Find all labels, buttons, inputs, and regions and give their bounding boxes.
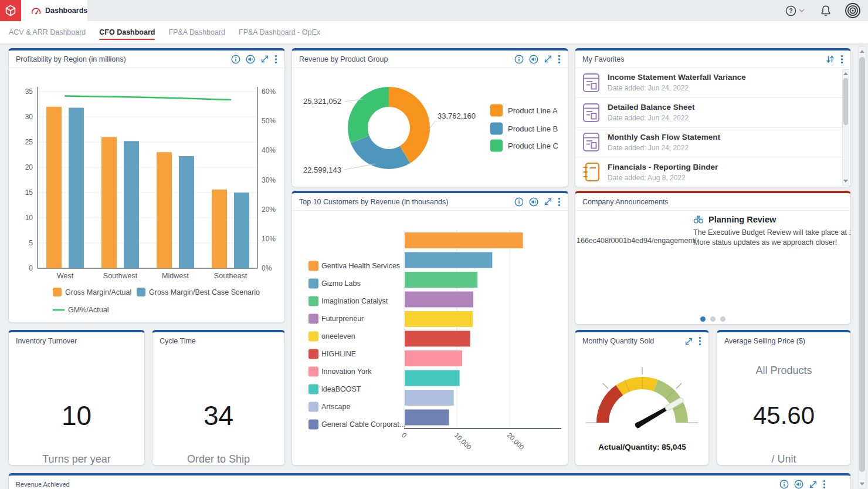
- bell-icon[interactable]: [820, 5, 832, 17]
- svg-text:20: 20: [25, 163, 33, 171]
- kebab-icon[interactable]: [274, 55, 277, 64]
- kpi-body: 34 Order to Ship: [152, 350, 284, 465]
- dashboards-tab[interactable]: Dashboards: [21, 0, 87, 21]
- quantity-gauge-chart: Actual/Quantity: 85,045: [575, 350, 708, 466]
- sort-icon[interactable]: [825, 55, 835, 64]
- page-scrollbar-thumb[interactable]: [859, 57, 865, 472]
- monthly-quantity-sold-card: Monthly Quantity Sold Actual/Quantity: 8…: [575, 330, 709, 466]
- favorite-item[interactable]: Financials - Reporting BinderDate added:…: [575, 157, 842, 186]
- audio-icon[interactable]: [529, 197, 538, 207]
- expand-icon[interactable]: [684, 337, 693, 346]
- asp-value: 45.60: [717, 402, 850, 430]
- expand-icon[interactable]: [544, 197, 552, 206]
- card-header: Revenue Achieved: [9, 475, 850, 489]
- kebab-icon[interactable]: [823, 480, 826, 489]
- card-header: Company Announcements: [575, 193, 850, 211]
- svg-text:Actual/Quantity: 85,045: Actual/Quantity: 85,045: [598, 443, 686, 451]
- card-header-icons: [231, 55, 277, 64]
- card-header: Cycle Time: [152, 332, 284, 350]
- my-favorites-card: My Favorites Income Statement Waterfall …: [575, 48, 851, 187]
- avatar-icon[interactable]: [845, 2, 861, 19]
- favorite-item[interactable]: Monthly Cash Flow StatementDate added: J…: [575, 128, 842, 158]
- carousel-dot-1[interactable]: [700, 316, 706, 322]
- favorite-date: Date added: Jun 24, 2022: [608, 144, 720, 152]
- expand-icon[interactable]: [809, 480, 818, 489]
- kebab-icon[interactable]: [699, 336, 701, 346]
- svg-text:West: West: [57, 272, 74, 280]
- audio-icon[interactable]: [529, 55, 538, 64]
- logo-icon: [4, 4, 17, 17]
- favorite-item[interactable]: Detailed Balance SheetDate added: Jun 24…: [575, 98, 842, 128]
- svg-text:22,599,143: 22,599,143: [303, 166, 341, 174]
- nav-tab-acv-arr-dashboard[interactable]: ACV & ARR Dashboard: [9, 21, 86, 43]
- svg-text:Product Line B: Product Line B: [508, 124, 558, 133]
- report-icon: [582, 132, 600, 152]
- card-header: Monthly Quantity Sold: [575, 332, 708, 350]
- topbar-right: ?: [785, 0, 868, 21]
- scroll-down-icon[interactable]: [860, 483, 864, 485]
- card-header-icons: [514, 197, 561, 207]
- favorite-title: Monthly Cash Flow Statement: [608, 133, 720, 143]
- expand-icon[interactable]: [544, 55, 552, 63]
- dashboards-tab-label: Dashboards: [45, 6, 87, 15]
- svg-text:5: 5: [29, 239, 33, 247]
- audio-icon[interactable]: [246, 55, 255, 64]
- card-header: Inventory Turnover: [9, 332, 144, 350]
- app-logo[interactable]: [0, 0, 21, 21]
- favorite-date: Date added: Jun 24, 2022: [608, 114, 695, 122]
- nav-tab-cfo-dashboard[interactable]: CFO Dashboard: [99, 21, 155, 43]
- scroll-up-icon[interactable]: [843, 72, 848, 75]
- announcement-link[interactable]: 166ec408f0001b4ed94/engagement/: [577, 237, 696, 245]
- svg-text:Gross Margin/Best Case Scenari: Gross Margin/Best Case Scenario: [149, 288, 260, 296]
- svg-text:10,000: 10,000: [453, 431, 473, 451]
- profitability-bar-line-chart: 051015202530350%10%20%30%40%50%60%WestSo…: [9, 68, 284, 319]
- dashboards-icon: [31, 6, 41, 15]
- svg-text:30: 30: [25, 113, 33, 121]
- card-title: Cycle Time: [160, 337, 196, 345]
- page-scrollbar[interactable]: [858, 46, 866, 489]
- info-icon[interactable]: [779, 480, 789, 489]
- card-title: Revenue Achieved: [16, 481, 70, 488]
- report-icon: [582, 73, 600, 93]
- card-title: Top 10 Customers by Revenue (in thousand…: [299, 198, 448, 206]
- svg-text:Product Line A: Product Line A: [508, 106, 558, 115]
- kpi-body: All Products 45.60 / Unit: [717, 350, 850, 465]
- kebab-icon[interactable]: [558, 55, 561, 64]
- card-title: Company Announcements: [582, 198, 669, 206]
- info-icon[interactable]: [514, 55, 524, 64]
- revenue-by-product-group-card: Revenue by Product Group 33,762,16022,59…: [291, 48, 568, 187]
- scroll-down-icon[interactable]: [843, 180, 848, 183]
- top-10-customers-card: Top 10 Customers by Revenue (in thousand…: [291, 191, 568, 466]
- svg-text:Southeast: Southeast: [214, 272, 247, 280]
- favorites-scrollbar-thumb[interactable]: [843, 78, 848, 125]
- favorites-list: Income Statement Waterfall VarianceDate …: [575, 68, 842, 186]
- caret-down-icon[interactable]: [799, 9, 805, 12]
- favorite-title: Financials - Reporting Binder: [608, 163, 718, 173]
- info-icon[interactable]: [514, 197, 524, 207]
- nav-tab-fp-a-dashboard[interactable]: FP&A Dashboard: [168, 21, 225, 43]
- card-header: My Favorites: [575, 50, 850, 68]
- kpi-body: 10 Turns per year: [9, 350, 144, 465]
- favorite-item[interactable]: Income Statement Waterfall VarianceDate …: [575, 68, 842, 98]
- nav-tab-fp-a-dashboard-opex[interactable]: FP&A Dashboard - OpEx: [239, 21, 320, 43]
- announcement-body: 166ec408f0001b4ed94/engagement/ Planning…: [575, 211, 850, 324]
- svg-text:20%: 20%: [262, 205, 276, 214]
- card-title: Monthly Quantity Sold: [582, 337, 654, 345]
- card-header-icons: [779, 480, 826, 489]
- info-icon[interactable]: [231, 55, 240, 64]
- kebab-icon[interactable]: [558, 197, 561, 207]
- card-header: Top 10 Customers by Revenue (in thousand…: [292, 193, 568, 211]
- kebab-icon[interactable]: [840, 55, 843, 64]
- revenue-achieved-card: Revenue Achieved: [8, 473, 851, 489]
- expand-icon[interactable]: [260, 55, 269, 63]
- audio-icon[interactable]: [794, 480, 803, 489]
- card-header: Profitability by Region (in millions): [9, 50, 284, 68]
- scroll-up-icon[interactable]: [860, 50, 864, 53]
- carousel-dot-2[interactable]: [710, 316, 716, 322]
- carousel-dot-3[interactable]: [720, 316, 725, 322]
- favorites-scrollbar[interactable]: [842, 69, 849, 186]
- svg-text:60%: 60%: [262, 87, 276, 96]
- help-icon[interactable]: ?: [785, 5, 796, 16]
- svg-text:35: 35: [25, 87, 33, 96]
- svg-text:50%: 50%: [262, 117, 276, 125]
